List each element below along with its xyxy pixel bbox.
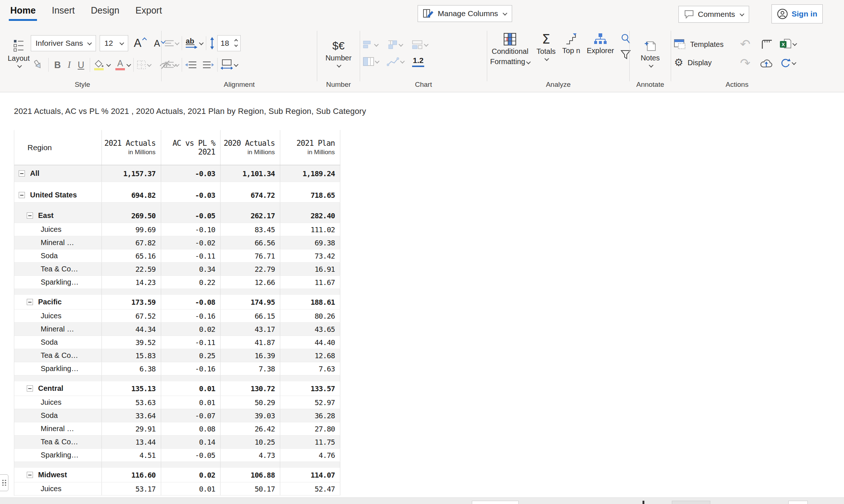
table-row-mineral[interactable]: Mineral …44.340.0243.1743.65 (14, 323, 340, 336)
value-cell[interactable]: 718.65 (280, 188, 340, 202)
value-cell[interactable]: -0.07 (161, 409, 221, 422)
publish-button[interactable] (760, 58, 773, 68)
value-cell[interactable]: 39.52 (102, 336, 161, 349)
collapse-toggle-icon[interactable] (19, 192, 25, 198)
table-row-juices[interactable]: Juices67.52-0.1666.1580.26 (14, 310, 340, 323)
value-cell[interactable]: 44.40 (280, 336, 340, 349)
display-button[interactable]: ⚙ Display (674, 58, 723, 68)
horizontal-align-button[interactable] (164, 61, 179, 68)
format-painter-button[interactable] (31, 59, 45, 70)
value-cell[interactable]: -0.03 (161, 188, 221, 202)
export-excel-button[interactable]: X (779, 38, 796, 49)
value-cell[interactable]: 26.42 (221, 422, 280, 435)
value-cell[interactable]: 44.34 (102, 323, 161, 336)
value-cell[interactable]: -0.16 (161, 310, 221, 322)
value-cell[interactable]: 41.87 (221, 336, 280, 349)
value-cell[interactable]: -0.11 (161, 249, 221, 262)
value-cell[interactable]: -0.10 (161, 223, 221, 236)
row-label-cell[interactable]: Sparkling… (14, 362, 102, 375)
grow-font-button[interactable]: A (132, 37, 148, 50)
row-label-cell[interactable]: Tea & Co… (14, 263, 102, 275)
value-cell[interactable]: 1,157.37 (102, 165, 161, 182)
value-cell[interactable]: 33.64 (102, 409, 161, 422)
value-cell[interactable]: -0.11 (161, 336, 221, 349)
collapse-toggle-icon[interactable] (27, 472, 33, 478)
tab-export[interactable]: Export (136, 5, 162, 20)
tab-design[interactable]: Design (91, 5, 119, 20)
value-cell[interactable]: 262.17 (221, 208, 280, 223)
value-cell[interactable]: 15.83 (102, 349, 161, 362)
value-cell[interactable]: 173.59 (102, 295, 161, 309)
value-cell[interactable]: -0.02 (161, 236, 221, 249)
value-cell[interactable]: 43.65 (280, 323, 340, 336)
value-cell[interactable]: 39.03 (221, 409, 280, 422)
row-label-cell[interactable]: Mineral … (14, 323, 102, 336)
value-cell[interactable]: -0.05 (161, 208, 221, 223)
table-row-soda[interactable]: Soda65.16-0.1176.7173.42 (14, 249, 340, 263)
table-row-central[interactable]: Central135.130.01130.72133.57 (14, 381, 340, 396)
value-cell[interactable]: 67.52 (102, 310, 161, 322)
layout-button[interactable]: Layout (7, 39, 31, 68)
value-cell[interactable]: 0.25 (161, 349, 221, 362)
value-cell[interactable]: -0.08 (161, 295, 221, 309)
value-cell[interactable]: 111.02 (280, 223, 340, 236)
templates-button[interactable]: Templates (674, 39, 723, 49)
table-row-mineral[interactable]: Mineral …67.82-0.0266.5669.38 (14, 236, 340, 249)
row-label-cell[interactable]: Tea & Co… (14, 349, 102, 362)
row-label-cell[interactable]: East (14, 208, 102, 223)
redo-button[interactable]: ↷ (740, 56, 751, 70)
value-cell[interactable]: 4.76 (280, 449, 340, 462)
table-row-tea-co[interactable]: Tea & Co…15.830.2516.3912.68 (14, 349, 340, 362)
row-label-cell[interactable]: Tea & Co… (14, 436, 102, 448)
value-cell[interactable]: 43.17 (221, 323, 280, 336)
value-cell[interactable]: 27.80 (280, 422, 340, 435)
conditional-formatting-button[interactable]: Conditional Formatting (490, 33, 530, 66)
table-row-soda[interactable]: Soda39.52-0.1141.8744.40 (14, 336, 340, 349)
table-row-all[interactable]: All1,157.37-0.031,101.341,189.24 (14, 165, 340, 182)
value-cell[interactable]: 6.38 (102, 362, 161, 375)
caret-down-icon[interactable] (234, 43, 238, 47)
number-format-button[interactable]: $€ Number (322, 40, 355, 67)
value-cell[interactable]: 1,101.34 (221, 165, 280, 182)
value-cell[interactable]: 52.97 (280, 396, 340, 409)
collapse-toggle-icon[interactable] (19, 170, 25, 177)
value-cell[interactable]: 7.38 (221, 362, 280, 375)
row-label-cell[interactable]: Juices (14, 223, 102, 236)
row-label-cell[interactable]: Mineral … (14, 422, 102, 435)
row-label-cell[interactable]: Juices (14, 482, 102, 495)
value-cell[interactable]: 29.91 (102, 422, 161, 435)
value-cell[interactable]: 114.07 (280, 468, 340, 482)
collapse-toggle-icon[interactable] (27, 212, 33, 219)
value-cell[interactable]: 0.02 (161, 468, 221, 482)
wrap-text-button[interactable]: ab (185, 38, 203, 49)
table-row-tea-co[interactable]: Tea & Co…22.590.3422.7916.91 (14, 263, 340, 276)
column-header-region[interactable]: Region (14, 130, 102, 165)
bar-chart-button[interactable] (363, 40, 378, 49)
visual-drag-handle[interactable] (0, 474, 8, 491)
value-cell[interactable]: 188.61 (280, 295, 340, 309)
table-row-united-states[interactable]: United States694.82-0.03674.72718.65 (14, 188, 340, 203)
value-cell[interactable]: 0.14 (161, 436, 221, 448)
notes-button[interactable]: Notes (637, 40, 663, 67)
row-label-cell[interactable]: Soda (14, 249, 102, 262)
value-cell[interactable]: 269.50 (102, 208, 161, 223)
stacked-chart-button[interactable] (412, 40, 428, 49)
value-cell[interactable]: 174.95 (221, 295, 280, 309)
value-cell[interactable]: 4.51 (102, 449, 161, 462)
row-label-cell[interactable]: Central (14, 381, 102, 396)
decimal-places-button[interactable]: 1.2 (412, 56, 424, 67)
top-n-button[interactable]: Top n (562, 33, 580, 55)
italic-button[interactable]: I (63, 60, 75, 70)
value-cell[interactable]: 0.34 (161, 263, 221, 275)
row-label-cell[interactable]: Midwest (14, 468, 102, 482)
row-label-cell[interactable]: Juices (14, 396, 102, 409)
row-label-cell[interactable]: All (14, 165, 102, 182)
table-row-east[interactable]: East269.50-0.05262.17282.40 (14, 208, 340, 223)
value-cell[interactable]: 73.42 (280, 249, 340, 262)
table-row-sparkling[interactable]: Sparkling…6.38-0.167.387.63 (14, 362, 340, 375)
collapse-toggle-icon[interactable] (27, 299, 33, 305)
value-cell[interactable]: 13.44 (102, 436, 161, 448)
table-row-midwest[interactable]: Midwest116.600.02106.88114.07 (14, 468, 340, 482)
value-cell[interactable]: 53.17 (102, 482, 161, 495)
font-family-select[interactable]: Inforiver Sans (31, 35, 96, 51)
